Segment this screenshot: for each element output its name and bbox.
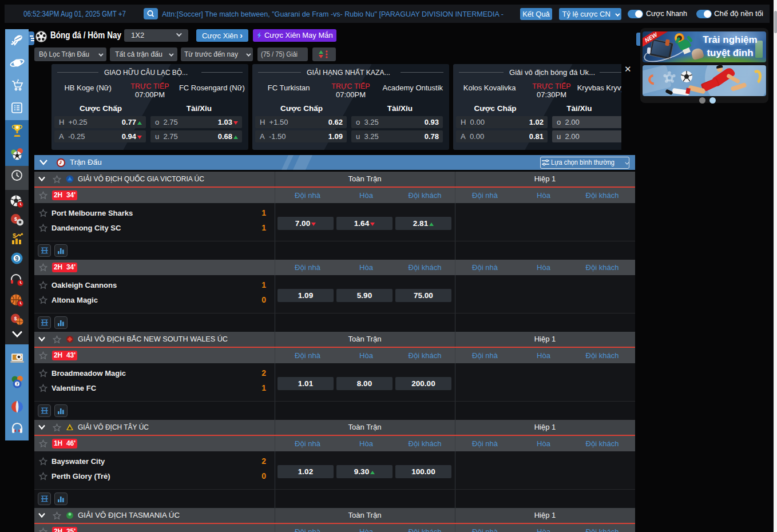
svg-text:7: 7 (15, 382, 18, 387)
svg-text:$: $ (13, 232, 16, 239)
svg-text:$: $ (14, 216, 17, 222)
svg-text:9: 9 (15, 255, 19, 262)
